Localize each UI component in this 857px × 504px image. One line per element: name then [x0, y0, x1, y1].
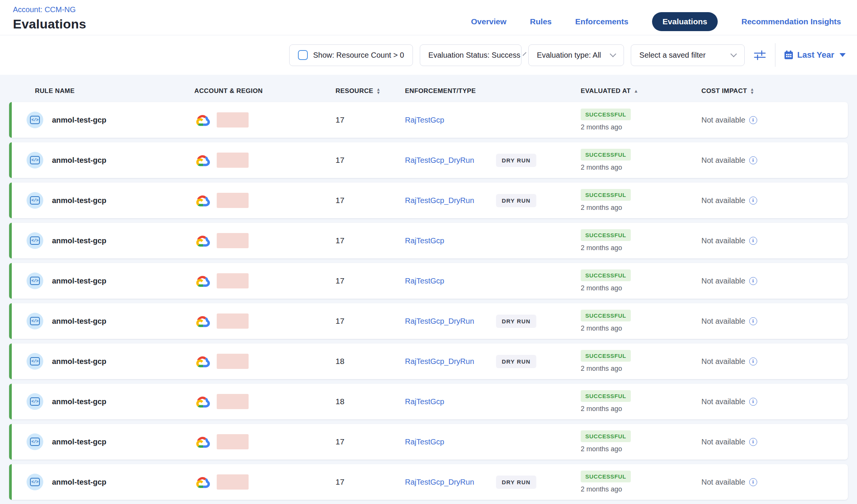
enforcement-link[interactable]: RajTestGcp	[405, 236, 496, 245]
rule-icon: </>	[27, 353, 43, 370]
table-row[interactable]: </> anmol-test-gcp 17 RajTestGcp_DryRun …	[9, 303, 848, 339]
row-status-accent-bar	[9, 223, 12, 258]
rule-name[interactable]: anmol-test-gcp	[52, 438, 106, 446]
rule-name-cell: </> anmol-test-gcp	[9, 433, 194, 450]
caret-down-icon	[840, 53, 846, 57]
account-breadcrumb[interactable]: Account: CCM-NG	[13, 5, 86, 14]
rule-name[interactable]: anmol-test-gcp	[52, 277, 106, 285]
table-row[interactable]: </> anmol-test-gcp 17 RajTestGcp_DryRun …	[9, 464, 848, 500]
column-header-resource[interactable]: RESOURCE ▲▼	[332, 87, 402, 95]
tab-rules[interactable]: Rules	[530, 17, 551, 26]
enforcement-link[interactable]: RajTestGcp	[405, 397, 496, 406]
evaluated-at-cell: SUCCESSFUL 2 months ago	[578, 430, 700, 453]
evaluation-type-dropdown[interactable]: Evaluation type: All	[528, 44, 624, 66]
gcp-cloud-icon	[194, 395, 211, 408]
account-region-cell	[194, 193, 332, 208]
info-icon[interactable]: i	[749, 237, 757, 245]
enforcement-link[interactable]: RajTestGcp_DryRun	[405, 196, 496, 205]
status-badge: SUCCESSFUL	[581, 109, 631, 120]
cost-impact-cell: Not available i	[700, 196, 848, 205]
rule-name[interactable]: anmol-test-gcp	[52, 156, 106, 165]
redacted-account-block	[217, 474, 249, 490]
status-badge: SUCCESSFUL	[581, 149, 631, 161]
sort-ascending-icon[interactable]: ▲	[634, 88, 638, 94]
filter-settings-button[interactable]	[751, 47, 768, 63]
evaluation-status-dropdown[interactable]: Evaluation Status: Success	[420, 44, 521, 66]
resource-count-filter-toggle[interactable]: Show: Resource Count > 0	[289, 44, 413, 66]
rule-name[interactable]: anmol-test-gcp	[52, 196, 106, 205]
column-header-cost-impact[interactable]: COST IMPACT ▲▼	[700, 87, 848, 95]
redacted-account-block	[217, 233, 249, 248]
rule-name-cell: </> anmol-test-gcp	[9, 232, 194, 249]
dry-run-badge: DRY RUN	[496, 194, 536, 207]
tab-enforcements[interactable]: Enforcements	[575, 17, 629, 26]
rule-name-cell: </> anmol-test-gcp	[9, 353, 194, 370]
enforcement-link[interactable]: RajTestGcp	[405, 116, 496, 124]
table-row[interactable]: </> anmol-test-gcp 17 RajTestGcp SUCCES	[9, 223, 848, 258]
info-icon[interactable]: i	[749, 277, 757, 285]
tab-evaluations-active[interactable]: Evaluations	[652, 12, 718, 31]
rule-name-cell: </> anmol-test-gcp	[9, 393, 194, 410]
cost-impact-cell: Not available i	[700, 236, 848, 245]
header-left: Account: CCM-NG Evaluations	[13, 5, 86, 32]
table-row[interactable]: </> anmol-test-gcp 18 RajTestGcp_DryRun …	[9, 343, 848, 379]
dry-run-badge: DRY RUN	[496, 476, 536, 489]
evaluated-at-cell: SUCCESSFUL 2 months ago	[578, 390, 700, 413]
evaluated-at-cell: SUCCESSFUL 2 months ago	[578, 229, 700, 252]
table-row[interactable]: </> anmol-test-gcp 17 RajTestGcp SUCCES	[9, 102, 848, 138]
enforcement-link[interactable]: RajTestGcp	[405, 277, 496, 285]
evaluations-table: RULE NAME ACCOUNT & REGION RESOURCE ▲▼ E…	[0, 75, 857, 504]
table-row[interactable]: </> anmol-test-gcp 17 RajTestGcp_DryRun …	[9, 142, 848, 178]
rule-name[interactable]: anmol-test-gcp	[52, 116, 106, 124]
table-row[interactable]: </> anmol-test-gcp 17 RajTestGcp_DryRun …	[9, 183, 848, 218]
evaluated-at-cell: SUCCESSFUL 2 months ago	[578, 310, 700, 332]
chevron-down-icon	[730, 51, 737, 57]
cost-impact-value: Not available	[701, 438, 745, 446]
cost-impact-value: Not available	[701, 317, 745, 326]
enforcement-link[interactable]: RajTestGcp_DryRun	[405, 156, 496, 165]
info-icon[interactable]: i	[749, 358, 757, 365]
filter-bar: Show: Resource Count > 0 Evaluation Stat…	[0, 35, 857, 75]
info-icon[interactable]: i	[749, 116, 757, 124]
enforcement-cell: RajTestGcp_DryRun DRY RUN	[402, 355, 578, 368]
column-header-rule-name[interactable]: RULE NAME	[9, 87, 194, 95]
enforcement-link[interactable]: RajTestGcp	[405, 438, 496, 446]
tab-overview[interactable]: Overview	[471, 17, 506, 26]
table-row[interactable]: </> anmol-test-gcp 17 RajTestGcp SUCCES	[9, 424, 848, 460]
resource-count-checkbox[interactable]	[298, 50, 308, 60]
saved-filter-dropdown[interactable]: Select a saved filter	[631, 44, 745, 66]
info-icon[interactable]: i	[749, 438, 757, 446]
enforcement-cell: RajTestGcp_DryRun DRY RUN	[402, 194, 578, 207]
column-header-evaluated-at[interactable]: EVALUATED AT ▲	[578, 87, 700, 95]
info-icon[interactable]: i	[749, 478, 757, 486]
evaluated-time: 2 months ago	[581, 204, 700, 212]
table-row[interactable]: </> anmol-test-gcp 17 RajTestGcp SUCCES	[9, 263, 848, 299]
rule-icon: </>	[27, 393, 43, 410]
enforcement-link[interactable]: RajTestGcp_DryRun	[405, 317, 496, 326]
date-range-picker[interactable]: Last Year	[784, 50, 846, 60]
enforcement-link[interactable]: RajTestGcp_DryRun	[405, 357, 496, 366]
info-icon[interactable]: i	[749, 156, 757, 164]
tab-recommendation-insights[interactable]: Recommendation Insights	[741, 17, 841, 26]
info-icon[interactable]: i	[749, 398, 757, 406]
column-header-account-region[interactable]: ACCOUNT & REGION	[194, 87, 332, 95]
column-header-enforcement-type[interactable]: ENFORCEMENT/TYPE	[402, 87, 578, 95]
status-badge: SUCCESSFUL	[581, 310, 631, 321]
chevron-down-icon	[523, 52, 526, 56]
rule-name[interactable]: anmol-test-gcp	[52, 478, 106, 487]
sort-both-icon[interactable]: ▲▼	[377, 88, 381, 94]
gcp-cloud-icon	[194, 475, 211, 489]
evaluated-at-cell: SUCCESSFUL 2 months ago	[578, 189, 700, 212]
rule-name-cell: </> anmol-test-gcp	[9, 313, 194, 329]
info-icon[interactable]: i	[749, 317, 757, 325]
rule-name[interactable]: anmol-test-gcp	[52, 357, 106, 366]
sort-both-icon[interactable]: ▲▼	[750, 88, 754, 94]
row-status-accent-bar	[9, 343, 12, 379]
rule-name[interactable]: anmol-test-gcp	[52, 317, 106, 326]
rule-name[interactable]: anmol-test-gcp	[52, 397, 106, 406]
redacted-account-block	[217, 112, 249, 128]
rule-name[interactable]: anmol-test-gcp	[52, 236, 106, 245]
info-icon[interactable]: i	[749, 197, 757, 205]
enforcement-link[interactable]: RajTestGcp_DryRun	[405, 478, 496, 487]
table-row[interactable]: </> anmol-test-gcp 18 RajTestGcp SUCCES	[9, 384, 848, 419]
